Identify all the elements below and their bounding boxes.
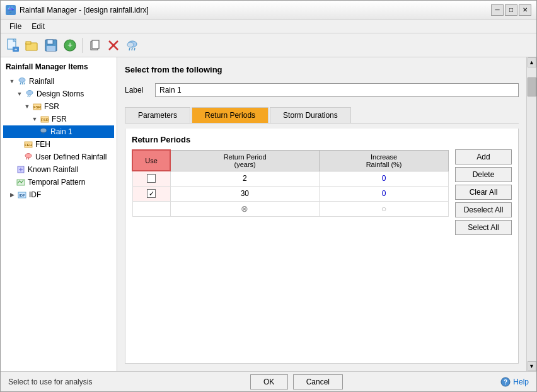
menu-edit[interactable]: Edit: [26, 21, 50, 32]
rain1-icon: [38, 127, 49, 137]
svg-text:IDF: IDF: [19, 193, 25, 197]
right-panel: Select from the following Label Paramete…: [117, 57, 526, 371]
svg-rect-8: [47, 46, 55, 51]
period-cell-empty: ⊗: [170, 201, 320, 216]
tree-label-idf: IDF: [29, 190, 41, 199]
use-cell-1[interactable]: [132, 171, 170, 186]
checkbox-1[interactable]: [147, 174, 156, 183]
select-all-button[interactable]: Select All: [455, 220, 512, 235]
tree-item-idf[interactable]: ▶ IDF IDF: [3, 188, 114, 201]
close-button[interactable]: ✕: [519, 4, 531, 16]
status-text: Select to use for analysis: [8, 378, 92, 386]
use-cell-2[interactable]: ✓: [132, 186, 170, 201]
tab-content: Return Periods Use Return Period(years) …: [125, 129, 519, 364]
tree-item-feh[interactable]: FEH FEH: [3, 138, 114, 151]
menu-bar: File Edit: [1, 20, 536, 33]
svg-text:FEH: FEH: [25, 143, 32, 147]
period-cell-1: 2: [170, 171, 320, 186]
toolbar: + +: [1, 33, 536, 57]
scroll-thumb[interactable]: [528, 78, 536, 96]
svg-line-19: [134, 48, 135, 50]
ok-button[interactable]: OK: [250, 374, 288, 389]
tree-label-fsr-parent: FSR: [44, 102, 59, 111]
period-cell-2: 30: [170, 186, 320, 201]
bottom-buttons: OK Cancel: [250, 374, 343, 389]
window-title: Rainfall Manager - [design rainfall.idrx…: [20, 6, 491, 14]
svg-text:+: +: [67, 40, 72, 50]
expand-icon-rainfall: ▼: [8, 78, 16, 85]
menu-file[interactable]: File: [4, 21, 26, 32]
toolbar-delete-button[interactable]: [105, 37, 122, 54]
tree-item-rain1[interactable]: Rain 1: [3, 125, 114, 138]
maximize-button[interactable]: □: [505, 4, 517, 16]
scrollbar[interactable]: ▲ ▼: [526, 57, 536, 371]
main-content: Rainfall Manager Items ▼ Rainfall ▼: [1, 57, 536, 371]
rp-button-group: Add Delete Clear All Deselect All Select…: [455, 149, 512, 235]
use-cell-empty: [132, 201, 170, 216]
toolbar-save-button[interactable]: [42, 37, 60, 54]
table-row-empty: ⊗ ○: [132, 201, 449, 216]
cancel-button[interactable]: Cancel: [293, 374, 343, 389]
tree-item-user-defined[interactable]: User Defined Rainfall: [3, 151, 114, 163]
tree-label-temporal-pattern: Temporal Pattern: [28, 178, 85, 187]
label-row: Label: [125, 83, 519, 97]
help-link[interactable]: ? Help: [500, 377, 529, 387]
tab-return-periods[interactable]: Return Periods: [192, 107, 268, 123]
tree-item-fsr-parent[interactable]: ▼ FSR FSR: [3, 100, 114, 113]
tab-parameters[interactable]: Parameters: [125, 107, 190, 123]
main-window: ☔ Rainfall Manager - [design rainfall.id…: [0, 0, 537, 392]
tree-label-design-storms: Design Storns: [37, 89, 84, 98]
bottom-bar: Select to use for analysis OK Cancel ? H…: [1, 371, 536, 391]
scroll-up-button[interactable]: ▲: [528, 57, 536, 67]
temporal-pattern-icon: [16, 177, 26, 187]
col-header-use: Use: [132, 150, 170, 171]
tree-item-fsr-child[interactable]: ▼ FSR FSR: [3, 113, 114, 125]
help-icon: ?: [500, 377, 511, 387]
toolbar-open-button[interactable]: [23, 37, 41, 54]
toolbar-copy-button[interactable]: [86, 37, 103, 54]
tree-label-user-defined: User Defined Rainfall: [35, 153, 107, 161]
svg-text:?: ?: [504, 379, 507, 386]
col-header-increase: IncreaseRainfall (%): [320, 150, 449, 171]
tree-item-rainfall[interactable]: ▼ Rainfall: [3, 75, 114, 88]
toolbar-add-button[interactable]: +: [61, 37, 79, 54]
tree-label-feh: FEH: [35, 140, 50, 149]
deselect-all-button[interactable]: Deselect All: [455, 202, 512, 217]
svg-point-36: [25, 154, 32, 158]
svg-line-17: [129, 48, 130, 50]
svg-line-22: [22, 83, 23, 84]
add-button[interactable]: Add: [455, 149, 512, 164]
return-periods-title: Return Periods: [132, 135, 512, 144]
scroll-down-button[interactable]: ▼: [528, 361, 536, 371]
sidebar-title: Rainfall Manager Items: [3, 61, 114, 75]
svg-line-23: [24, 83, 25, 84]
title-bar: ☔ Rainfall Manager - [design rainfall.id…: [1, 1, 536, 20]
toolbar-new-button[interactable]: +: [4, 37, 22, 54]
svg-line-21: [20, 83, 21, 84]
minimize-button[interactable]: ─: [491, 4, 504, 16]
panel-title: Select from the following: [125, 65, 519, 74]
tree-item-temporal-pattern[interactable]: Temporal Pattern: [3, 176, 114, 188]
svg-rect-7: [47, 40, 53, 44]
app-icon: ☔: [6, 5, 16, 15]
tab-bar: Parameters Return Periods Storm Duration…: [125, 107, 519, 124]
checkbox-2[interactable]: ✓: [147, 189, 156, 198]
sidebar: Rainfall Manager Items ▼ Rainfall ▼: [1, 57, 117, 371]
tree-label-known-rainfall: Known Rainfall: [28, 165, 78, 174]
return-periods-table-container: Use Return Period(years) IncreaseRainfal…: [132, 149, 449, 235]
svg-line-32: [42, 132, 42, 134]
checkbox-wrapper-2[interactable]: ✓: [137, 189, 166, 198]
checkbox-wrapper-1[interactable]: [137, 174, 166, 183]
svg-rect-5: [26, 42, 31, 44]
expand-icon-fsr: ▼: [23, 103, 31, 110]
toolbar-rainfall-button[interactable]: [124, 37, 141, 54]
delete-button[interactable]: Delete: [455, 167, 512, 182]
tree-item-design-storms[interactable]: ▼ Design Storns: [3, 88, 114, 100]
tree-item-known-rainfall[interactable]: Known Rainfall: [3, 163, 114, 176]
svg-point-24: [26, 91, 33, 95]
tab-storm-durations[interactable]: Storm Durations: [270, 107, 351, 123]
fsr-parent-icon: FSR: [32, 101, 42, 112]
col-header-period: Return Period(years): [170, 150, 320, 171]
clear-all-button[interactable]: Clear All: [455, 185, 512, 200]
label-input[interactable]: [155, 83, 519, 97]
